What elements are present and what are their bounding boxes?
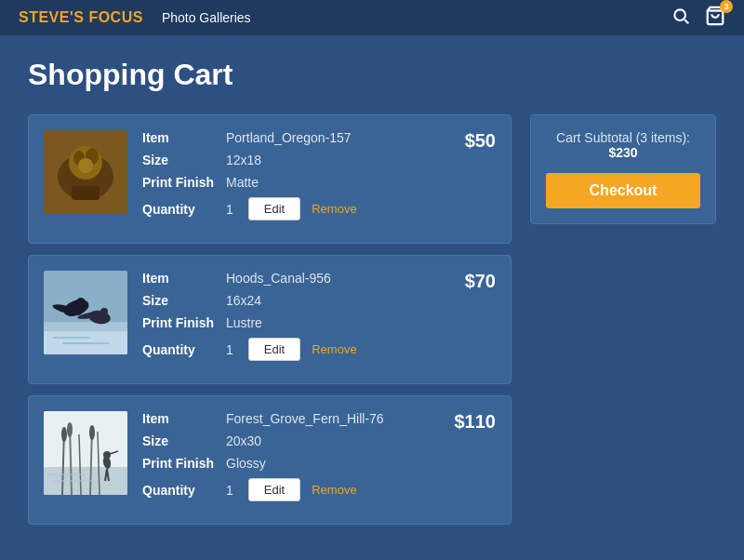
item-details-2: Item Hoods_Canal-956 Size 16x24 Print Fi… xyxy=(142,271,496,368)
item-image-3 xyxy=(44,411,127,495)
subtotal-amount: $230 xyxy=(608,145,637,160)
svg-point-18 xyxy=(100,308,108,315)
finish-value-2: Lustre xyxy=(226,315,262,330)
edit-button-2[interactable]: Edit xyxy=(248,338,300,361)
quantity-row-1: Quantity 1 Edit Remove xyxy=(142,197,496,220)
finish-value-3: Glossy xyxy=(226,456,266,471)
svg-rect-22 xyxy=(44,411,127,467)
quantity-value-1: 1 xyxy=(226,202,233,217)
item-label-2: Item xyxy=(142,271,226,286)
finish-row-1: Print Finish Matte xyxy=(142,175,496,190)
quantity-label-3: Quantity xyxy=(142,483,226,498)
search-icon[interactable] xyxy=(671,7,690,30)
logo-prefix: STEVE'S xyxy=(19,9,88,25)
item-actions-2: Edit Remove xyxy=(248,338,357,361)
item-value-1: Portland_Oregon-157 xyxy=(226,130,352,145)
cart-icon[interactable]: 3 xyxy=(705,6,725,31)
finish-row-3: Print Finish Glossy xyxy=(142,456,496,471)
table-row: Item Forest_Grove_Fern_Hill-76 Size 20x3… xyxy=(28,395,512,525)
finish-row-2: Print Finish Lustre xyxy=(142,315,496,330)
svg-point-15 xyxy=(76,298,86,307)
svg-point-8 xyxy=(78,158,93,173)
item-actions-1: Edit Remove xyxy=(248,197,357,220)
size-label-3: Size xyxy=(142,433,226,448)
edit-button-3[interactable]: Edit xyxy=(248,478,300,501)
item-actions-3: Edit Remove xyxy=(248,478,357,501)
header: STEVE'S FOCUS Photo Galleries 3 xyxy=(0,0,744,35)
svg-point-29 xyxy=(61,427,67,442)
table-row: Item Portland_Oregon-157 Size 12x18 Prin… xyxy=(28,114,512,244)
svg-point-31 xyxy=(89,425,95,440)
item-price-3: $110 xyxy=(455,411,497,433)
item-price-1: $50 xyxy=(465,130,496,152)
item-details-3: Item Forest_Grove_Fern_Hill-76 Size 20x3… xyxy=(142,411,496,509)
remove-button-2[interactable]: Remove xyxy=(312,339,356,360)
finish-label-2: Print Finish xyxy=(142,315,226,330)
item-price-2: $70 xyxy=(465,271,496,292)
item-label-1: Item xyxy=(142,130,226,145)
finish-label-1: Print Finish xyxy=(142,175,226,190)
logo: STEVE'S FOCUS xyxy=(19,9,143,26)
logo-highlight: FOCUS xyxy=(88,9,143,25)
size-value-3: 20x30 xyxy=(226,433,261,448)
cart-sidebar: Cart Subtotal (3 items): $230 Checkout xyxy=(530,114,716,224)
size-label-1: Size xyxy=(142,153,226,167)
item-image-2 xyxy=(44,271,127,354)
item-label-3: Item xyxy=(142,411,226,426)
svg-point-0 xyxy=(674,9,685,20)
size-row-1: Size 12x18 xyxy=(142,153,496,167)
subtotal-label: Cart Subtotal (3 items): xyxy=(556,130,690,145)
cart-badge: 3 xyxy=(720,0,733,13)
cart-subtotal: Cart Subtotal (3 items): $230 xyxy=(546,130,700,160)
quantity-row-2: Quantity 1 Edit Remove xyxy=(142,338,496,361)
size-label-2: Size xyxy=(142,293,226,308)
item-name-row: Item Forest_Grove_Fern_Hill-76 xyxy=(142,411,496,426)
svg-line-1 xyxy=(684,20,688,23)
size-value-2: 16x24 xyxy=(226,293,261,308)
item-value-3: Forest_Grove_Fern_Hill-76 xyxy=(226,411,384,426)
page-title: Shopping Cart xyxy=(28,58,716,92)
size-row-3: Size 20x30 xyxy=(142,433,496,448)
main-content: Shopping Cart xyxy=(0,35,744,547)
item-details-1: Item Portland_Oregon-157 Size 12x18 Prin… xyxy=(142,130,496,228)
finish-value-1: Matte xyxy=(226,175,259,190)
nav-galleries-link[interactable]: Photo Galleries xyxy=(162,10,251,25)
remove-button-1[interactable]: Remove xyxy=(312,198,356,220)
item-name-row: Item Portland_Oregon-157 xyxy=(142,130,496,145)
size-value-1: 12x18 xyxy=(226,153,261,167)
svg-point-30 xyxy=(67,422,73,437)
quantity-value-3: 1 xyxy=(226,483,233,498)
finish-label-3: Print Finish xyxy=(142,456,226,471)
svg-rect-9 xyxy=(72,186,100,200)
checkout-button[interactable]: Checkout xyxy=(546,173,700,208)
item-image-1 xyxy=(44,130,127,214)
header-icons: 3 xyxy=(671,6,725,31)
quantity-value-2: 1 xyxy=(226,342,233,357)
size-row-2: Size 16x24 xyxy=(142,293,496,308)
table-row: Item Hoods_Canal-956 Size 16x24 Print Fi… xyxy=(28,255,512,384)
content-area: Item Portland_Oregon-157 Size 12x18 Prin… xyxy=(28,114,716,525)
quantity-row-3: Quantity 1 Edit Remove xyxy=(142,478,496,501)
quantity-label-1: Quantity xyxy=(142,202,226,217)
quantity-label-2: Quantity xyxy=(142,342,226,357)
item-value-2: Hoods_Canal-956 xyxy=(226,271,331,286)
header-left: STEVE'S FOCUS Photo Galleries xyxy=(19,9,251,26)
remove-button-3[interactable]: Remove xyxy=(312,479,356,500)
edit-button-1[interactable]: Edit xyxy=(248,197,300,220)
cart-items-list: Item Portland_Oregon-157 Size 12x18 Prin… xyxy=(28,114,512,525)
item-name-row: Item Hoods_Canal-956 xyxy=(142,271,496,286)
